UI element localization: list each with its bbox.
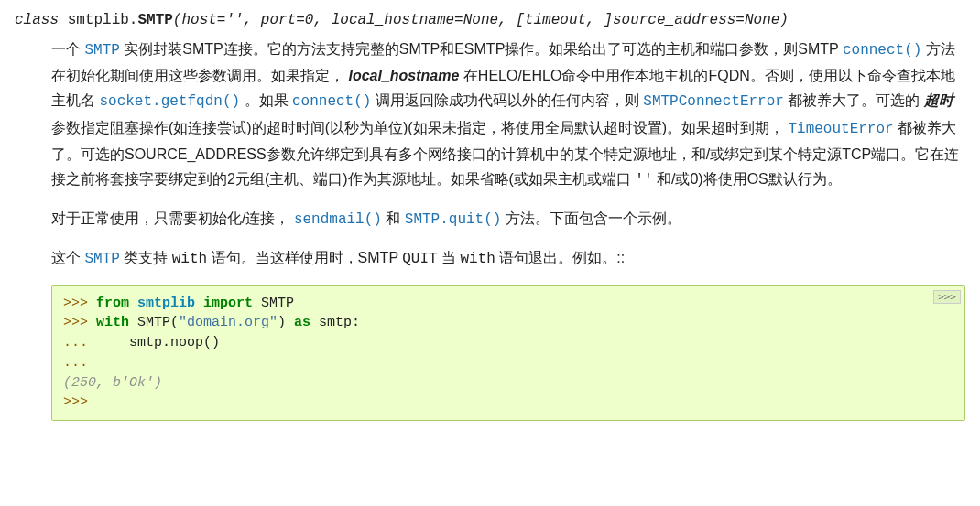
text: 类支持 — [120, 250, 172, 265]
keyword-as: as — [294, 315, 310, 330]
link-connect[interactable]: connect() — [843, 42, 921, 59]
literal-empty-string: '' — [635, 172, 652, 188]
prompt: ... — [63, 355, 88, 371]
prompt: >>> — [63, 315, 96, 330]
emphasis-timeout: 超时 — [924, 92, 953, 108]
paragraph-2: 对于正常使用，只需要初始化/连接， sendmail() 和 SMTP.quit… — [51, 206, 965, 232]
text: 方法。下面包含一个示例。 — [501, 210, 681, 226]
text: 一个 — [51, 41, 84, 57]
keyword-import: import — [203, 296, 253, 311]
code-line-1: >>> from smtplib import SMTP — [63, 294, 953, 314]
keyword-with: with — [96, 315, 129, 330]
text — [195, 296, 203, 311]
link-sendmail[interactable]: sendmail() — [294, 211, 382, 228]
code-example: >>> >>> from smtplib import SMTP >>> wit… — [51, 285, 965, 422]
link-smtpconnecterror[interactable]: SMTPConnectError — [643, 93, 784, 110]
code-line-6: >>> — [63, 393, 953, 413]
paragraph-3: 这个 SMTP 类支持 with 语句。当这样使用时，SMTP QUIT 当 w… — [51, 245, 965, 272]
copy-button[interactable]: >>> — [933, 290, 961, 304]
class-description: 一个 SMTP 实例封装SMTP连接。它的方法支持完整的SMTP和ESMTP操作… — [51, 37, 965, 273]
text: smtp.noop() — [96, 335, 220, 350]
text: 实例封装SMTP连接。它的方法支持完整的SMTP和ESMTP操作。如果给出了可选… — [120, 41, 843, 57]
link-smtp-class[interactable]: SMTP — [84, 251, 119, 267]
keyword-class: class — [15, 12, 59, 28]
prompt: >>> — [63, 296, 96, 311]
text: ) — [278, 315, 294, 330]
link-smtp-quit[interactable]: SMTP.quit() — [405, 211, 502, 228]
text: 。如果 — [240, 92, 292, 108]
text: SMTP( — [129, 315, 179, 330]
text: 这个 — [51, 250, 84, 265]
link-smtp[interactable]: SMTP — [84, 42, 119, 59]
text: smtp: — [310, 315, 360, 330]
class-params: (host='', port=0, local_hostname=None, [… — [173, 12, 789, 28]
text: 当 — [438, 250, 461, 265]
output: (250, b'Ok') — [63, 375, 162, 391]
literal-with-2: with — [461, 251, 495, 267]
code-line-5: (250, b'Ok') — [63, 373, 953, 393]
emphasis-local-hostname: local_hostname — [348, 68, 459, 83]
text: 参数指定阻塞操作(如连接尝试)的超时时间(以秒为单位)(如果未指定，将使用全局默… — [51, 120, 788, 135]
code-line-4: ... — [63, 353, 953, 373]
prompt: ... — [63, 335, 96, 350]
module-name: smtplib — [137, 296, 195, 311]
text: 和 — [382, 210, 405, 226]
text — [129, 296, 137, 311]
text: 都被养大了。可选的 — [784, 92, 924, 108]
paragraph-1: 一个 SMTP 实例封装SMTP连接。它的方法支持完整的SMTP和ESMTP操作… — [51, 37, 965, 193]
text: SMTP — [253, 296, 294, 311]
keyword-from: from — [96, 296, 129, 311]
text: 调用返回除成功代码以外的任何内容，则 — [371, 92, 643, 108]
text: 对于正常使用，只需要初始化/连接， — [51, 210, 294, 226]
class-signature: class smtplib.SMTP(host='', port=0, loca… — [15, 9, 965, 31]
module-prefix: smtplib. — [68, 12, 138, 28]
class-name: SMTP — [137, 12, 172, 28]
link-timeouterror[interactable]: TimeoutError — [788, 121, 893, 137]
prompt: >>> — [63, 394, 88, 410]
string-literal: "domain.org" — [179, 315, 278, 330]
text: 和/或0)将使用OS默认行为。 — [653, 171, 842, 187]
text: 语句。当这样使用时，SMTP — [207, 250, 402, 265]
link-connect-2[interactable]: connect() — [292, 93, 371, 110]
code-line-3: ... smtp.noop() — [63, 333, 953, 353]
code-line-2: >>> with SMTP("domain.org") as smtp: — [63, 313, 953, 333]
literal-with: with — [172, 251, 207, 267]
literal-quit: QUIT — [402, 251, 437, 267]
link-getfqdn[interactable]: socket.getfqdn() — [99, 93, 240, 110]
text: 语句退出。例如。:: — [495, 250, 625, 265]
